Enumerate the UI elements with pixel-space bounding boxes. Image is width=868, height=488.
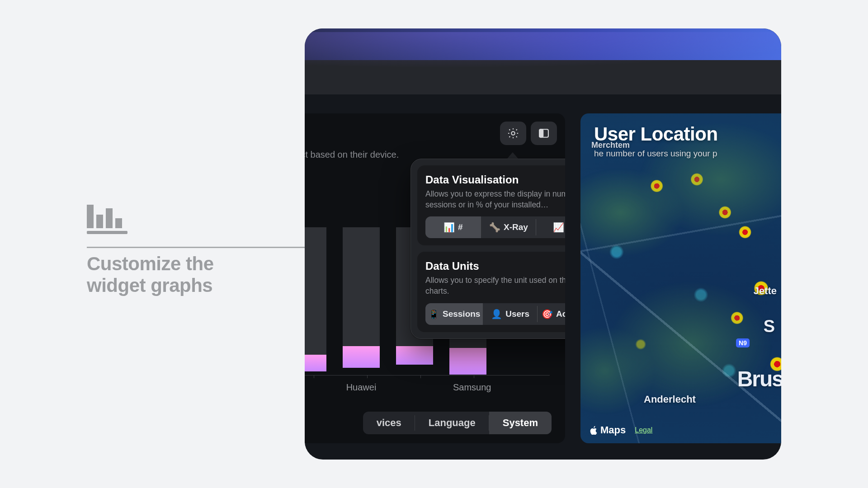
map-subtitle: he number of users using your p [594,149,717,159]
map-legal-link[interactable]: Legal [635,426,652,434]
data-visualisation-title: Data Visualisation [425,174,565,186]
traffic-widget: affic) ng your product based on their de… [305,113,565,443]
map-label-brus: Brus [737,366,781,391]
data-units-desc: Allows you to specify the unit used on t… [425,275,565,296]
annotation-title: Customize the widget graphs [87,253,277,297]
user-emoji-icon: 👤 [491,309,502,319]
target-emoji-icon: 🎯 [542,309,553,319]
data-visualisation-desc: Allows you to express the display in num… [425,189,565,210]
apple-logo-icon [590,426,599,435]
map-provider-label: Maps [600,424,626,436]
user-location-widget: User Location he number of users using y… [580,113,781,443]
data-units-title: Data Units [425,260,565,272]
phone-emoji-icon: 📱 [428,309,439,319]
units-option-sessions[interactable]: 📱 Sessions [425,303,483,325]
annotation-block: Customize the widget graphs [87,205,277,297]
map-label-merchtem: Merchtem [591,141,630,150]
units-option-sessions-label: Sessions [443,309,480,319]
bar-column [343,227,380,375]
vis-option-hash[interactable]: 📊 # [425,216,481,238]
svg-rect-2 [539,129,543,137]
data-visualisation-segmented: 📊 # 🦴 X-Ray 📈 % [425,216,565,238]
data-units-segmented: 📱 Sessions 👤 Users 🎯 Actions [425,303,565,325]
units-option-actions[interactable]: 🎯 Actions [538,303,565,325]
units-option-users[interactable]: 👤 Users [483,303,537,325]
trend-emoji-icon: 📈 [553,222,564,233]
map-label-anderlecht: Anderlecht [644,394,696,405]
svg-point-0 [511,131,514,135]
vis-option-percent[interactable]: 📈 % [536,216,565,238]
bar-chart-icon [87,205,277,234]
map-label-s: S [764,317,775,336]
units-option-actions-label: Actions [556,309,565,319]
settings-button[interactable] [500,122,526,145]
bar-label: Samsung [453,382,490,393]
road-badge-n9: N9 [736,338,750,347]
settings-popover: Data Visualisation Allows you to express… [410,159,565,339]
traffic-tabs: vices Language System [363,412,552,434]
tab-system[interactable]: System [489,412,552,434]
xray-emoji-icon: 🦴 [489,222,500,233]
bar-label: Huawei [343,382,380,393]
sidebar-icon [538,127,550,140]
tab-language[interactable]: Language [415,412,489,434]
vis-option-xray[interactable]: 🦴 X-Ray [481,216,537,238]
data-units-section: Data Units Allows you to specify the uni… [417,252,565,332]
gear-icon [507,127,519,140]
window-titlebar [305,28,781,60]
app-window: affic) ng your product based on their de… [305,28,781,460]
data-visualisation-section: Data Visualisation Allows you to express… [417,165,565,245]
vis-option-xray-label: X-Ray [504,222,528,232]
map-attribution: Maps Legal [590,424,652,436]
panel-toggle-button[interactable] [531,122,557,145]
map-label-jette: Jette [754,285,777,297]
window-toolbar [305,60,781,94]
units-option-users-label: Users [505,309,529,319]
bar-chart-emoji-icon: 📊 [443,222,455,233]
bar-column [305,227,326,375]
tab-devices[interactable]: vices [363,412,415,434]
vis-option-hash-label: # [458,222,463,232]
